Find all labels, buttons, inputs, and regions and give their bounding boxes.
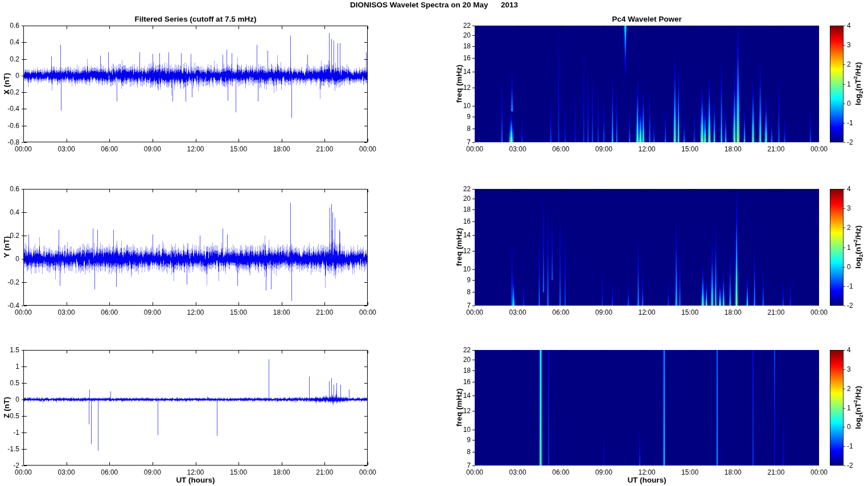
figure-page: { "figure": { "title": "DIONISOS Wavelet… bbox=[0, 0, 868, 486]
x-wavelet-panel bbox=[475, 26, 819, 142]
colorbar-bottom bbox=[830, 350, 844, 466]
y-series-panel bbox=[23, 189, 368, 306]
y-wavelet-panel bbox=[475, 189, 819, 306]
z-wavelet-panel bbox=[475, 350, 819, 466]
x-series-panel bbox=[23, 26, 368, 142]
colorbar-top bbox=[830, 26, 844, 142]
z-series-panel bbox=[23, 350, 368, 466]
colorbar-middle bbox=[830, 189, 844, 306]
